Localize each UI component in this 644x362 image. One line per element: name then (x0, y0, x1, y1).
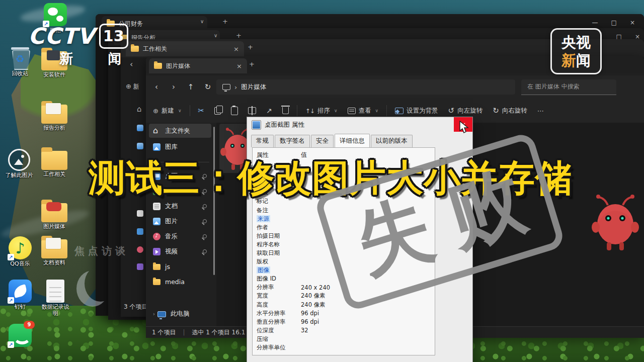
detail-property: 图像 (257, 266, 270, 274)
desktop-icon-label: 数据记录说明 (39, 304, 71, 317)
back-icon[interactable]: ‹ (148, 82, 165, 92)
desktop-icon-learn-picture[interactable]: 了解此图片 (3, 149, 35, 179)
tab-label: 工作相关 (143, 45, 167, 53)
details-row[interactable]: 水平分辨率96 dpi (253, 309, 435, 318)
sidebar-item-video-7[interactable]: 视频 (149, 244, 211, 258)
details-row[interactable]: 压缩 (253, 335, 435, 343)
rotate-right-button[interactable]: 向右旋转 (488, 102, 532, 119)
forward-icon[interactable]: › (165, 82, 182, 92)
dialog-tab-以前的版本[interactable]: 以前的版本 (371, 135, 413, 147)
paste-button[interactable] (226, 102, 243, 119)
channel-number: 13 (99, 24, 128, 49)
detail-property: 分辨率单位 (257, 344, 286, 351)
new-tab-button[interactable]: + (222, 18, 228, 25)
pin-icon (202, 204, 207, 209)
sidebar-mini-icon[interactable] (137, 263, 143, 270)
sidebar-mini-icon[interactable] (137, 143, 143, 149)
chevron-right-icon[interactable]: › (153, 311, 155, 317)
copy-icon (214, 107, 221, 115)
maximize-button[interactable]: □ (611, 19, 617, 26)
close-tab-icon[interactable]: × (233, 46, 239, 52)
desktop-icon-label: 回收站 (4, 71, 36, 77)
crescent-logo (85, 265, 117, 302)
notification-badge: 9 (24, 321, 35, 329)
detail-property: 位深度 (257, 327, 274, 334)
chevron-down-icon[interactable]: ∨ (200, 19, 204, 24)
selection-info: 选中 1 个项目 16.1 KB (192, 328, 256, 337)
desktop-icon-dingtalk[interactable]: ↗ 钉钉 (4, 280, 36, 311)
desktop-icon-media-folder[interactable]: 图片媒体 (38, 200, 70, 230)
details-row[interactable]: 高度240 像素 (253, 301, 435, 309)
details-row[interactable]: 分辨率单位 (253, 343, 435, 352)
dialog-tab-常规[interactable]: 常规 (251, 135, 274, 147)
details-row[interactable]: 垂直分辨率96 dpi (253, 318, 435, 326)
sidebar-item-label: 主文件夹 (165, 127, 190, 135)
cctv-news-badge: 央视 新闻 (550, 28, 602, 74)
detail-value: 240 像素 (301, 292, 326, 300)
chevron-down-icon: ∨ (375, 108, 379, 113)
more-options-button[interactable]: ⋯ (532, 102, 549, 119)
copy-button[interactable] (209, 102, 226, 119)
sidebar-mini-icon[interactable] (137, 246, 143, 253)
folder-icon (41, 105, 67, 124)
search-input[interactable]: 在 图片媒体 中搜索 (521, 79, 616, 95)
tab-label: 图片媒体 (166, 62, 190, 70)
breadcrumb[interactable]: › 图片媒体 (216, 79, 515, 95)
detail-value: 32 (301, 327, 308, 334)
cut-button[interactable] (193, 102, 210, 119)
desktop-icon-report-folder[interactable]: 报告分析 (38, 102, 70, 132)
new-tab-button[interactable]: + (249, 61, 255, 67)
sidebar-item-label: 图片 (165, 217, 178, 226)
desktop-icon-green-app[interactable]: 9 ↗ (4, 324, 36, 347)
document-icon (46, 280, 64, 303)
dialog-tab-安全[interactable]: 安全 (311, 135, 334, 147)
dialog-tab-详细信息[interactable]: 详细信息 (335, 134, 370, 147)
rotate-right-icon (493, 106, 499, 115)
dialog-tab-数字签名[interactable]: 数字签名 (275, 135, 310, 147)
detail-property: 宽度 (257, 292, 268, 299)
sidebar-mini-icon[interactable] (137, 210, 143, 217)
new-tab-button[interactable]: + (236, 32, 242, 39)
dialog-titlebar[interactable]: 桌面截图 属性 (247, 117, 472, 132)
close-tab-icon[interactable]: × (236, 63, 242, 69)
desktop-icon-work-folder[interactable]: 工作相关 (38, 148, 70, 178)
sidebar-item-music-6[interactable]: 音乐 (149, 229, 211, 243)
sidebar-mini-icon[interactable] (137, 228, 143, 235)
chevron-down-icon[interactable]: ∨ (214, 33, 217, 38)
new-button[interactable]: ⊕ 新建 ∨ (148, 102, 187, 119)
sidebar-item-label: media (165, 278, 185, 286)
sidebar-item-label: 视频 (165, 247, 178, 256)
sidebar-item-folder-8[interactable]: js (149, 259, 211, 274)
detail-property: 分辨率 (257, 284, 274, 291)
desktop-icon-docs-folder[interactable]: 文档资料 (38, 236, 70, 266)
detail-property: 程序名称 (257, 241, 280, 248)
minimize-button[interactable]: — (592, 19, 598, 26)
desktop-icon-qq-music[interactable]: ♪↗ QQ音乐 (4, 236, 36, 267)
sidebar-item-computer-10[interactable]: ›此电脑 (149, 307, 211, 321)
tab-work[interactable]: 工作相关 × (126, 41, 244, 56)
sidebar-mini-icon[interactable] (137, 125, 143, 131)
detail-property: 压缩 (257, 335, 268, 342)
sidebar-item-folder-9[interactable]: media (149, 275, 211, 289)
sidebar-item-home-0[interactable]: 主文件夹 (149, 124, 211, 138)
shortcut-arrow-icon: ↗ (8, 297, 14, 304)
sidebar-item-gallery-1[interactable]: 图库 (149, 140, 211, 154)
chevron-down-icon: ∨ (334, 108, 338, 113)
breadcrumb-folder[interactable]: 图片媒体 (241, 83, 266, 92)
shortcut-arrow-icon: ↗ (8, 254, 14, 260)
sidebar-item-label: js (165, 263, 170, 270)
new-tab-button[interactable]: + (248, 44, 253, 50)
up-icon[interactable]: ↑ (182, 82, 199, 92)
program-watermark: 焦点访谈 (74, 244, 129, 258)
sidebar-item-pic-5[interactable]: 图片 (149, 214, 211, 228)
desktop-icon-label: 工作相关 (38, 171, 70, 178)
details-row[interactable]: 位深度32 (253, 326, 435, 335)
refresh-icon[interactable]: ↻ (199, 82, 216, 92)
detail-property: 垂直分辨率 (257, 318, 286, 325)
close-button[interactable]: × (630, 19, 635, 26)
pin-icon (202, 234, 207, 239)
sidebar-item-label: 此电脑 (171, 310, 190, 318)
desktop-icon-document[interactable]: 数据记录说明 (39, 280, 71, 317)
rotate-left-icon (448, 106, 455, 115)
tab-picture-media[interactable]: 图片媒体 × (149, 58, 247, 73)
